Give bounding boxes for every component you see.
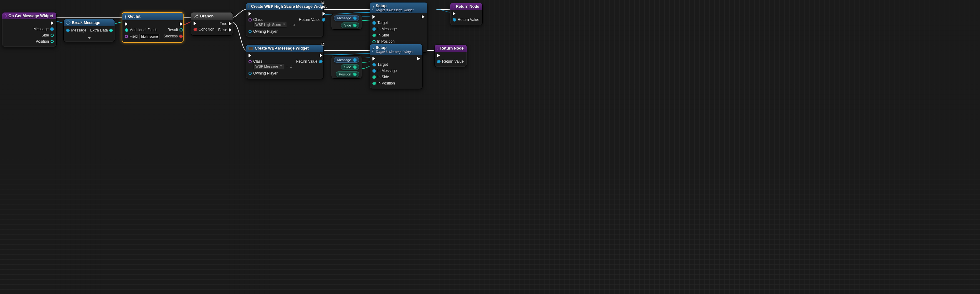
in-message-pin[interactable] bbox=[372, 69, 376, 73]
exec-out-pin[interactable] bbox=[417, 57, 420, 60]
reroute-message[interactable]: Message bbox=[334, 15, 360, 21]
class-dropdown[interactable]: WBP High Score bbox=[253, 22, 287, 27]
pin-label: Additional Fields bbox=[130, 28, 158, 32]
reroute-side[interactable]: Side bbox=[341, 22, 360, 28]
browse-icon[interactable]: ⊙ bbox=[290, 65, 292, 68]
pin-label: Result bbox=[167, 28, 178, 32]
reroute-position[interactable]: Position bbox=[336, 71, 360, 77]
exec-out-pin[interactable] bbox=[320, 54, 323, 57]
pin-label: Owning Player bbox=[253, 29, 278, 34]
side-out-pin[interactable] bbox=[51, 34, 54, 37]
title-text: Break Message bbox=[72, 21, 100, 25]
pin-label: Extra Data bbox=[90, 28, 108, 32]
exec-out-pin[interactable] bbox=[51, 21, 54, 25]
position-out-pin[interactable] bbox=[51, 40, 54, 43]
title-text: Get Int bbox=[128, 14, 140, 19]
nav-back-icon[interactable]: ← bbox=[288, 23, 291, 27]
node-title: f Setup Target is Message Widget bbox=[370, 44, 422, 55]
pin-label: True bbox=[220, 22, 227, 26]
return-value-out-pin[interactable] bbox=[322, 18, 325, 22]
pin-label: In Message bbox=[377, 69, 397, 73]
pin-label: Field bbox=[130, 34, 138, 39]
exec-in-pin[interactable] bbox=[125, 22, 128, 26]
owning-player-in-pin[interactable] bbox=[248, 72, 251, 75]
node-setup-msg[interactable]: f Setup Target is Message Widget Target … bbox=[370, 44, 423, 89]
in-side-pin[interactable] bbox=[372, 34, 376, 37]
in-side-pin[interactable] bbox=[372, 76, 376, 79]
true-exec-out-pin[interactable] bbox=[229, 22, 232, 25]
in-message-pin[interactable] bbox=[372, 27, 376, 31]
class-dropdown[interactable]: WBP Message bbox=[253, 63, 284, 69]
message-out-pin[interactable] bbox=[50, 27, 54, 31]
reroute-message[interactable]: Message bbox=[334, 57, 360, 63]
pin-label: Position bbox=[36, 39, 49, 44]
message-in-pin[interactable] bbox=[66, 29, 70, 32]
return-value-in-pin[interactable] bbox=[453, 18, 456, 22]
condition-in-pin[interactable] bbox=[194, 28, 197, 31]
target-in-pin[interactable] bbox=[372, 63, 376, 66]
event-icon bbox=[5, 14, 6, 17]
exec-out-pin[interactable] bbox=[422, 15, 425, 19]
exec-in-pin[interactable] bbox=[248, 54, 251, 57]
owning-player-in-pin[interactable] bbox=[248, 30, 251, 33]
pin-label: Owning Player bbox=[253, 71, 278, 76]
exec-in-pin[interactable] bbox=[372, 15, 375, 19]
reroute-label: Side bbox=[344, 65, 351, 69]
in-position-pin[interactable] bbox=[372, 40, 375, 43]
in-position-pin[interactable] bbox=[372, 82, 376, 85]
function-icon: f bbox=[372, 5, 374, 10]
result-out-pin[interactable] bbox=[180, 28, 183, 32]
expand-icon[interactable] bbox=[88, 37, 91, 39]
exec-in-pin[interactable] bbox=[248, 12, 251, 16]
node-get-int[interactable]: f Get Int Additional Fields Field high_s… bbox=[122, 12, 184, 43]
field-value-input[interactable]: high_score bbox=[139, 34, 160, 39]
node-title: ⎇ Branch bbox=[191, 13, 232, 20]
return-icon bbox=[437, 47, 438, 50]
node-return-msg[interactable]: Return Node Return Value bbox=[434, 44, 467, 67]
nav-back-icon[interactable]: ← bbox=[285, 65, 288, 68]
widget-icon bbox=[248, 47, 253, 50]
exec-out-pin[interactable] bbox=[180, 22, 183, 26]
reroute-out-pin[interactable] bbox=[353, 17, 356, 20]
field-in-pin[interactable] bbox=[125, 35, 128, 38]
node-title: Create WBP High Score Message Widget bbox=[246, 3, 323, 10]
pin-label: Class bbox=[253, 17, 295, 22]
return-icon bbox=[453, 5, 454, 8]
reroute-side[interactable]: Side bbox=[341, 64, 360, 70]
pin-label: In Position bbox=[377, 81, 395, 85]
exec-out-pin[interactable] bbox=[323, 12, 325, 16]
node-break-message[interactable]: Break Message Message Extra Data bbox=[64, 19, 115, 42]
reroute-out-pin[interactable] bbox=[353, 24, 356, 27]
pin-label: Target bbox=[377, 21, 388, 25]
class-in-pin[interactable] bbox=[248, 60, 251, 63]
title-text: Return Node bbox=[440, 46, 464, 51]
extra-data-out-pin[interactable] bbox=[109, 29, 113, 32]
reroute-group-top: Message Side bbox=[331, 14, 362, 30]
node-create-wbp-message[interactable]: 🖥 Create WBP Message Widget Class WBP Me… bbox=[246, 44, 324, 79]
reroute-out-pin[interactable] bbox=[353, 58, 356, 62]
exec-in-pin[interactable] bbox=[437, 54, 440, 57]
false-exec-out-pin[interactable] bbox=[229, 28, 232, 32]
reroute-out-pin[interactable] bbox=[353, 73, 356, 76]
node-create-wbp-high-score[interactable]: 🖥 Create WBP High Score Message Widget C… bbox=[246, 3, 324, 37]
return-value-out-pin[interactable] bbox=[319, 60, 323, 63]
node-return-high[interactable]: Return Node Return Value bbox=[450, 3, 483, 25]
pin-label: Return Value bbox=[296, 59, 318, 63]
success-out-pin[interactable] bbox=[179, 35, 183, 38]
exec-in-pin[interactable] bbox=[453, 12, 455, 16]
return-value-in-pin[interactable] bbox=[437, 60, 441, 63]
pin-label: Class bbox=[253, 59, 292, 63]
additional-fields-in-pin[interactable] bbox=[125, 28, 128, 32]
target-in-pin[interactable] bbox=[372, 21, 376, 25]
widget-icon bbox=[248, 5, 249, 8]
node-branch[interactable]: ⎇ Branch Condition True False bbox=[191, 12, 233, 36]
node-title: Break Message bbox=[64, 19, 115, 26]
class-in-pin[interactable] bbox=[248, 18, 251, 22]
monitor-badge-icon: 🖥 bbox=[320, 0, 325, 6]
exec-in-pin[interactable] bbox=[372, 57, 375, 60]
exec-in-pin[interactable] bbox=[194, 22, 196, 25]
reroute-out-pin[interactable] bbox=[353, 65, 356, 69]
browse-icon[interactable]: ⊙ bbox=[293, 23, 295, 27]
node-on-get-message-widget[interactable]: On Get Message Widget Message Side Posit… bbox=[2, 12, 57, 47]
pin-label: In Position bbox=[377, 39, 418, 44]
